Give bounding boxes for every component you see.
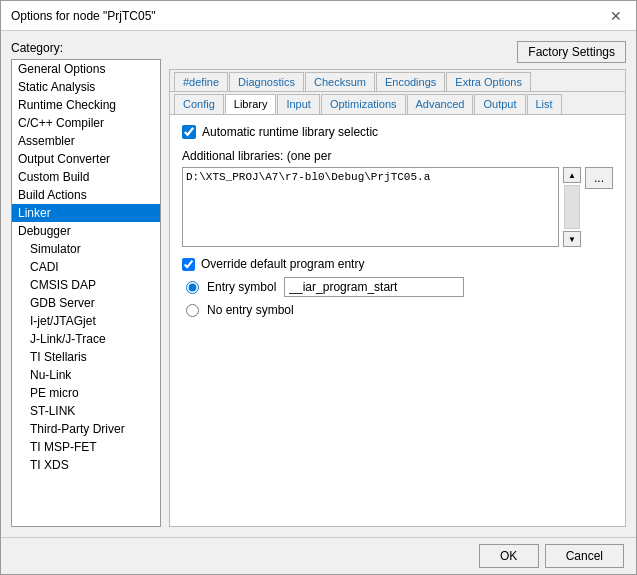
auto-lib-checkbox[interactable] xyxy=(182,125,196,139)
sidebar-item-jlink[interactable]: J-Link/J-Trace xyxy=(12,330,160,348)
sidebar-item-general-options[interactable]: General Options xyxy=(12,60,160,78)
options-dialog: Options for node "PrjTC05" ✕ Category: G… xyxy=(0,0,637,575)
tab-row-1: #define Diagnostics Checksum Encodings E… xyxy=(170,70,625,92)
sidebar-item-ti-msp-fet[interactable]: TI MSP-FET xyxy=(12,438,160,456)
close-button[interactable]: ✕ xyxy=(606,8,626,24)
category-label: Category: xyxy=(11,41,161,55)
tab-output[interactable]: Output xyxy=(474,94,525,114)
sidebar-item-linker[interactable]: Linker xyxy=(12,204,160,222)
no-entry-radio[interactable] xyxy=(186,304,199,317)
tab-extra-options[interactable]: Extra Options xyxy=(446,72,531,91)
category-panel: Category: General Options Static Analysi… xyxy=(11,41,161,527)
tab-define[interactable]: #define xyxy=(174,72,228,91)
auto-lib-label: Automatic runtime library selectic xyxy=(202,125,378,139)
sidebar-item-st-link[interactable]: ST-LINK xyxy=(12,402,160,420)
sidebar-item-cadi[interactable]: CADI xyxy=(12,258,160,276)
override-label: Override default program entry xyxy=(201,257,364,271)
sidebar-item-ti-stellaris[interactable]: TI Stellaris xyxy=(12,348,160,366)
factory-row: Factory Settings xyxy=(169,41,626,63)
tab-content: Automatic runtime library selectic Addit… xyxy=(170,115,625,526)
no-entry-label: No entry symbol xyxy=(207,303,294,317)
tab-optimizations[interactable]: Optimizations xyxy=(321,94,406,114)
tab-checksum[interactable]: Checksum xyxy=(305,72,375,91)
sidebar-item-custom-build[interactable]: Custom Build xyxy=(12,168,160,186)
auto-lib-row: Automatic runtime library selectic xyxy=(182,125,613,139)
sidebar-item-debugger[interactable]: Debugger xyxy=(12,222,160,240)
ok-button[interactable]: OK xyxy=(479,544,539,568)
entry-symbol-input[interactable] xyxy=(284,277,464,297)
scroll-track xyxy=(564,185,580,229)
browse-lib-button[interactable]: ... xyxy=(585,167,613,189)
category-list: General Options Static Analysis Runtime … xyxy=(11,59,161,527)
sidebar-item-ti-xds[interactable]: TI XDS xyxy=(12,456,160,474)
tab-row-2: Config Library Input Optimizations Advan… xyxy=(170,92,625,115)
tab-list[interactable]: List xyxy=(527,94,562,114)
scroll-down-button[interactable]: ▼ xyxy=(563,231,581,247)
sidebar-item-static-analysis[interactable]: Static Analysis xyxy=(12,78,160,96)
tab-config[interactable]: Config xyxy=(174,94,224,114)
additional-lib-label: Additional libraries: (one per xyxy=(182,149,613,163)
entry-symbol-label: Entry symbol xyxy=(207,280,276,294)
override-checkbox-row: Override default program entry xyxy=(182,257,613,271)
no-entry-row: No entry symbol xyxy=(186,303,613,317)
tabs-area: #define Diagnostics Checksum Encodings E… xyxy=(169,69,626,527)
sidebar-item-cmsis-dap[interactable]: CMSIS DAP xyxy=(12,276,160,294)
lib-scrollbar: ▲ ▼ xyxy=(563,167,581,247)
dialog-body: Category: General Options Static Analysi… xyxy=(1,31,636,537)
dialog-footer: OK Cancel xyxy=(1,537,636,574)
title-bar: Options for node "PrjTC05" ✕ xyxy=(1,1,636,31)
entry-symbol-radio[interactable] xyxy=(186,281,199,294)
sidebar-item-build-actions[interactable]: Build Actions xyxy=(12,186,160,204)
lib-textarea[interactable]: D:\XTS_PROJ\A7\r7-bl0\Debug\PrjTC05.a xyxy=(182,167,559,247)
sidebar-item-c-compiler[interactable]: C/C++ Compiler xyxy=(12,114,160,132)
sidebar-item-output-converter[interactable]: Output Converter xyxy=(12,150,160,168)
tab-input[interactable]: Input xyxy=(277,94,319,114)
cancel-button[interactable]: Cancel xyxy=(545,544,624,568)
sidebar-item-runtime-checking[interactable]: Runtime Checking xyxy=(12,96,160,114)
radio-rows: Entry symbol No entry symbol xyxy=(182,277,613,317)
sidebar-item-i-jet[interactable]: I-jet/JTAGjet xyxy=(12,312,160,330)
tab-diagnostics[interactable]: Diagnostics xyxy=(229,72,304,91)
entry-symbol-row: Entry symbol xyxy=(186,277,613,297)
factory-settings-button[interactable]: Factory Settings xyxy=(517,41,626,63)
sidebar-item-third-party[interactable]: Third-Party Driver xyxy=(12,420,160,438)
sidebar-item-pe-micro[interactable]: PE micro xyxy=(12,384,160,402)
main-panel: Factory Settings #define Diagnostics Che… xyxy=(169,41,626,527)
tab-encodings[interactable]: Encodings xyxy=(376,72,445,91)
tab-library[interactable]: Library xyxy=(225,94,277,114)
sidebar-item-assembler[interactable]: Assembler xyxy=(12,132,160,150)
override-section: Override default program entry Entry sym… xyxy=(182,257,613,317)
tab-advanced[interactable]: Advanced xyxy=(407,94,474,114)
sidebar-item-gdb-server[interactable]: GDB Server xyxy=(12,294,160,312)
dialog-title: Options for node "PrjTC05" xyxy=(11,9,156,23)
lib-area: D:\XTS_PROJ\A7\r7-bl0\Debug\PrjTC05.a ▲ … xyxy=(182,167,613,247)
sidebar-item-nu-link[interactable]: Nu-Link xyxy=(12,366,160,384)
additional-lib-section: Additional libraries: (one per D:\XTS_PR… xyxy=(182,149,613,247)
scroll-up-button[interactable]: ▲ xyxy=(563,167,581,183)
override-checkbox[interactable] xyxy=(182,258,195,271)
sidebar-item-simulator[interactable]: Simulator xyxy=(12,240,160,258)
